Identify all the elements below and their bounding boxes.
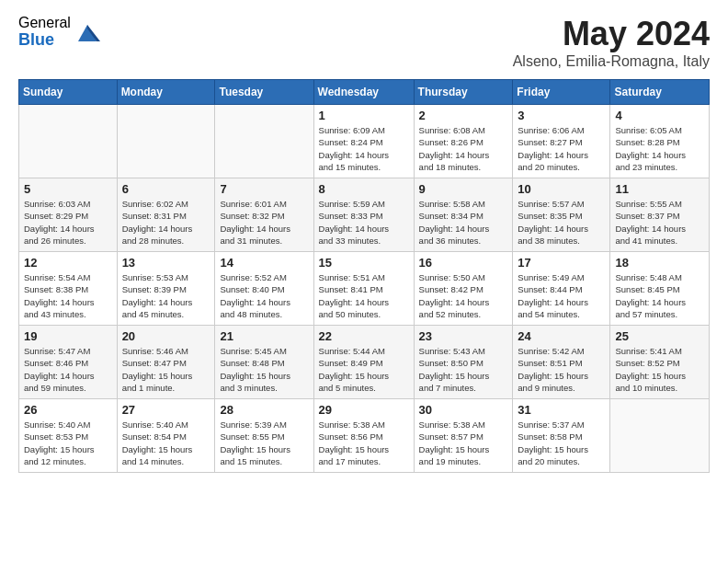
calendar-cell: 19Sunrise: 5:47 AM Sunset: 8:46 PM Dayli…	[19, 326, 118, 399]
day-info: Sunrise: 5:43 AM Sunset: 8:50 PM Dayligh…	[419, 345, 508, 394]
day-number: 16	[419, 256, 508, 270]
day-info: Sunrise: 5:50 AM Sunset: 8:42 PM Dayligh…	[419, 271, 508, 320]
day-number: 15	[319, 256, 409, 270]
day-info: Sunrise: 5:39 AM Sunset: 8:55 PM Dayligh…	[220, 419, 308, 467]
day-number: 26	[24, 403, 112, 417]
day-info: Sunrise: 6:01 AM Sunset: 8:32 PM Dayligh…	[220, 198, 308, 247]
week-row-4: 26Sunrise: 5:40 AM Sunset: 8:53 PM Dayli…	[19, 399, 710, 473]
day-info: Sunrise: 5:44 AM Sunset: 8:49 PM Dayligh…	[319, 345, 409, 394]
header: General Blue May 2024 Alseno, Emilia-Rom…	[18, 15, 710, 70]
header-saturday: Saturday	[610, 80, 710, 105]
day-number: 14	[220, 256, 308, 270]
day-info: Sunrise: 6:09 AM Sunset: 8:24 PM Dayligh…	[319, 124, 409, 173]
day-number: 10	[518, 182, 605, 196]
day-number: 4	[615, 109, 704, 122]
day-info: Sunrise: 5:59 AM Sunset: 8:33 PM Dayligh…	[319, 198, 409, 247]
day-info: Sunrise: 5:38 AM Sunset: 8:56 PM Dayligh…	[319, 419, 409, 467]
header-row: SundayMondayTuesdayWednesdayThursdayFrid…	[19, 80, 710, 105]
day-number: 22	[319, 329, 409, 343]
calendar-body: 1Sunrise: 6:09 AM Sunset: 8:24 PM Daylig…	[19, 105, 710, 473]
day-info: Sunrise: 5:55 AM Sunset: 8:37 PM Dayligh…	[615, 198, 704, 247]
calendar-cell: 3Sunrise: 6:06 AM Sunset: 8:27 PM Daylig…	[513, 105, 610, 178]
day-info: Sunrise: 5:47 AM Sunset: 8:46 PM Dayligh…	[24, 345, 112, 394]
day-info: Sunrise: 5:46 AM Sunset: 8:47 PM Dayligh…	[122, 345, 210, 394]
day-number: 11	[615, 182, 704, 196]
day-info: Sunrise: 5:42 AM Sunset: 8:51 PM Dayligh…	[518, 345, 605, 394]
week-row-3: 19Sunrise: 5:47 AM Sunset: 8:46 PM Dayli…	[19, 326, 710, 399]
day-info: Sunrise: 6:05 AM Sunset: 8:28 PM Dayligh…	[615, 124, 704, 173]
day-info: Sunrise: 5:51 AM Sunset: 8:41 PM Dayligh…	[319, 271, 409, 320]
day-number: 25	[615, 329, 704, 343]
calendar-cell: 8Sunrise: 5:59 AM Sunset: 8:33 PM Daylig…	[313, 178, 414, 252]
day-number: 18	[615, 256, 704, 270]
day-info: Sunrise: 5:57 AM Sunset: 8:35 PM Dayligh…	[518, 198, 605, 247]
calendar-cell: 13Sunrise: 5:53 AM Sunset: 8:39 PM Dayli…	[117, 252, 215, 326]
day-info: Sunrise: 5:40 AM Sunset: 8:53 PM Dayligh…	[24, 419, 112, 467]
calendar-cell: 31Sunrise: 5:37 AM Sunset: 8:58 PM Dayli…	[513, 399, 610, 473]
day-number: 24	[518, 329, 605, 343]
header-tuesday: Tuesday	[215, 80, 313, 105]
day-number: 1	[319, 109, 409, 122]
day-number: 21	[220, 329, 308, 343]
calendar-cell: 17Sunrise: 5:49 AM Sunset: 8:44 PM Dayli…	[513, 252, 610, 326]
logo-text: General Blue	[18, 15, 71, 49]
header-friday: Friday	[513, 80, 610, 105]
day-info: Sunrise: 5:49 AM Sunset: 8:44 PM Dayligh…	[518, 271, 605, 320]
day-info: Sunrise: 5:40 AM Sunset: 8:54 PM Dayligh…	[122, 419, 210, 467]
day-number: 23	[419, 329, 508, 343]
calendar-cell: 18Sunrise: 5:48 AM Sunset: 8:45 PM Dayli…	[610, 252, 710, 326]
day-info: Sunrise: 5:54 AM Sunset: 8:38 PM Dayligh…	[24, 271, 112, 320]
day-number: 31	[518, 403, 605, 417]
calendar-cell: 30Sunrise: 5:38 AM Sunset: 8:57 PM Dayli…	[414, 399, 513, 473]
calendar-cell: 2Sunrise: 6:08 AM Sunset: 8:26 PM Daylig…	[414, 105, 513, 178]
header-wednesday: Wednesday	[313, 80, 414, 105]
day-info: Sunrise: 6:06 AM Sunset: 8:27 PM Dayligh…	[518, 124, 605, 173]
calendar-cell: 28Sunrise: 5:39 AM Sunset: 8:55 PM Dayli…	[215, 399, 313, 473]
header-thursday: Thursday	[414, 80, 513, 105]
logo-general: General	[18, 15, 71, 31]
calendar-cell: 15Sunrise: 5:51 AM Sunset: 8:41 PM Dayli…	[313, 252, 414, 326]
calendar-cell: 11Sunrise: 5:55 AM Sunset: 8:37 PM Dayli…	[610, 178, 710, 252]
page: General Blue May 2024 Alseno, Emilia-Rom…	[0, 0, 728, 488]
day-number: 12	[24, 256, 112, 270]
day-number: 27	[122, 403, 210, 417]
calendar-cell	[117, 105, 215, 178]
day-info: Sunrise: 5:45 AM Sunset: 8:48 PM Dayligh…	[220, 345, 308, 394]
calendar-cell: 7Sunrise: 6:01 AM Sunset: 8:32 PM Daylig…	[215, 178, 313, 252]
calendar-cell: 5Sunrise: 6:03 AM Sunset: 8:29 PM Daylig…	[19, 178, 118, 252]
logo: General Blue	[18, 15, 100, 49]
day-info: Sunrise: 5:53 AM Sunset: 8:39 PM Dayligh…	[122, 271, 210, 320]
day-info: Sunrise: 6:03 AM Sunset: 8:29 PM Dayligh…	[24, 198, 112, 247]
day-number: 7	[220, 182, 308, 196]
calendar-cell: 6Sunrise: 6:02 AM Sunset: 8:31 PM Daylig…	[117, 178, 215, 252]
location: Alseno, Emilia-Romagna, Italy	[513, 53, 710, 70]
calendar-cell: 12Sunrise: 5:54 AM Sunset: 8:38 PM Dayli…	[19, 252, 118, 326]
day-number: 9	[419, 182, 508, 196]
calendar-header: SundayMondayTuesdayWednesdayThursdayFrid…	[19, 80, 710, 105]
day-number: 5	[24, 182, 112, 196]
calendar-cell: 20Sunrise: 5:46 AM Sunset: 8:47 PM Dayli…	[117, 326, 215, 399]
day-number: 3	[518, 109, 605, 122]
day-number: 19	[24, 329, 112, 343]
calendar-cell: 16Sunrise: 5:50 AM Sunset: 8:42 PM Dayli…	[414, 252, 513, 326]
calendar-cell: 25Sunrise: 5:41 AM Sunset: 8:52 PM Dayli…	[610, 326, 710, 399]
day-info: Sunrise: 6:08 AM Sunset: 8:26 PM Dayligh…	[419, 124, 508, 173]
calendar-table: SundayMondayTuesdayWednesdayThursdayFrid…	[18, 79, 710, 473]
calendar-cell: 24Sunrise: 5:42 AM Sunset: 8:51 PM Dayli…	[513, 326, 610, 399]
day-info: Sunrise: 5:41 AM Sunset: 8:52 PM Dayligh…	[615, 345, 704, 394]
day-number: 13	[122, 256, 210, 270]
logo-icon	[74, 19, 100, 45]
day-number: 30	[419, 403, 508, 417]
calendar-cell: 29Sunrise: 5:38 AM Sunset: 8:56 PM Dayli…	[313, 399, 414, 473]
calendar-cell	[19, 105, 118, 178]
logo-blue: Blue	[18, 31, 71, 50]
header-monday: Monday	[117, 80, 215, 105]
day-info: Sunrise: 5:58 AM Sunset: 8:34 PM Dayligh…	[419, 198, 508, 247]
day-info: Sunrise: 5:38 AM Sunset: 8:57 PM Dayligh…	[419, 419, 508, 467]
calendar-cell	[215, 105, 313, 178]
calendar-cell: 1Sunrise: 6:09 AM Sunset: 8:24 PM Daylig…	[313, 105, 414, 178]
day-number: 2	[419, 109, 508, 122]
month-title: May 2024	[513, 15, 710, 53]
week-row-0: 1Sunrise: 6:09 AM Sunset: 8:24 PM Daylig…	[19, 105, 710, 178]
day-info: Sunrise: 5:52 AM Sunset: 8:40 PM Dayligh…	[220, 271, 308, 320]
